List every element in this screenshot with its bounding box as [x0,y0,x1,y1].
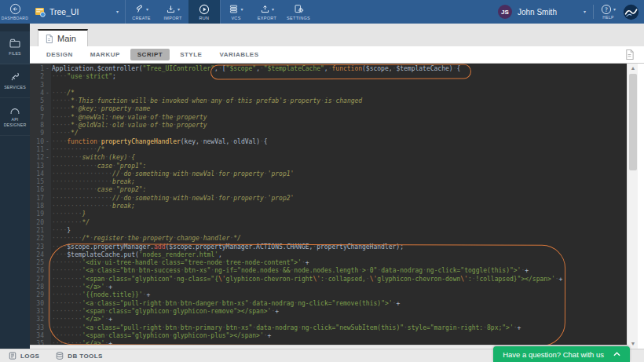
format-document-icon[interactable] [624,49,635,60]
line-number: 8 [30,122,44,130]
fold-gutter [44,203,51,210]
fold-marker[interactable]: - [44,90,51,97]
create-button[interactable]: ▾ CREATE [126,0,157,24]
code-text: ········'<div·ui-tree-handle·class="tree… [51,259,309,267]
code-text: ·····*/ [51,130,79,137]
line-number: 21 [30,227,44,235]
help-label: HELP [602,15,613,20]
chat-widget-button[interactable]: Have a question? Chat with us [493,346,630,362]
fold-marker[interactable]: - [44,146,51,154]
code-line: 19········} [30,210,627,218]
line-number: 6 [30,105,44,113]
folder-icon [9,38,21,49]
code-line: 9·····*/ [30,130,627,137]
line-number: 12 [30,154,44,162]
line-number: 34 [30,332,44,340]
sidebar-item-api-designer[interactable]: API DESIGNER [0,98,30,137]
code-text: ········'<a·class="pull-right·btn·btn-pr… [51,324,521,332]
scrollbar-thumb[interactable] [629,74,637,170]
tab-variables[interactable]: VARIABLES [212,49,265,60]
chat-label: Have a question? Chat with us [503,350,604,359]
fold-gutter [44,324,51,332]
fold-gutter [44,130,51,137]
code-line: 27········'<span·class="glyphicon"·ng-cl… [30,276,627,283]
sidebar-item-services[interactable]: SERVICES [0,64,30,98]
logs-button[interactable]: LOGS [8,351,39,360]
tab-style[interactable]: STYLE [173,49,209,60]
tab-main[interactable]: Main [38,29,88,46]
fold-gutter [44,170,51,178]
logs-icon [8,351,17,360]
avatar[interactable]: JS [498,5,512,19]
fold-gutter [44,300,51,308]
vcs-button[interactable]: ▾ VCS [220,0,251,24]
code-text: ········'<span·class="glyphicon"·ng-clas… [51,276,562,283]
sidebar-item-files[interactable]: FILES [0,31,30,64]
line-number: 4 [30,90,44,97]
fold-marker[interactable]: - [44,154,51,162]
top-toolbar: DASHBOARD Tree_UI ▾ ▾ CREATE ▾ IMPORT RU… [0,0,644,24]
project-selector[interactable]: Tree_UI ▾ [30,0,126,24]
code-line: 8·····*·@oldVal:·old·value·of·the·proper… [30,122,627,130]
import-button[interactable]: ▾ IMPORT [157,0,188,24]
help-button[interactable]: ? ▾ HELP [601,4,616,20]
services-icon [9,71,21,82]
fold-gutter [44,210,51,218]
code-text: ········} [51,210,86,218]
chevron-down-icon[interactable]: ▾ [584,9,586,14]
tab-design[interactable]: DESIGN [39,49,80,60]
line-number: 2 [30,73,44,81]
user-name: John Smith [518,8,557,16]
code-text: ····"use·strict"; [51,73,116,81]
line-number: 5 [30,97,44,105]
line-number: 17 [30,195,44,203]
line-number: 10 [30,138,44,146]
code-text: ········'{{node.title}}'·+ [51,291,150,299]
wavemaker-ide: DASHBOARD Tree_UI ▾ ▾ CREATE ▾ IMPORT RU… [0,0,644,362]
code-line: 7·····*·@newVal:·new·value·of·the·proper… [30,114,627,122]
svg-text:?: ? [605,6,608,13]
fold-gutter [44,186,51,194]
code-line: 3 [30,82,627,90]
arc-icon [9,104,21,115]
code-line: 12-········switch·(key)·{ [30,154,627,162]
script-editor[interactable]: 1-Application.$controller("Tree_UIContro… [30,64,627,349]
code-line: 22········/*·register·the·property·chang… [30,235,627,243]
tab-script[interactable]: SCRIPT [130,49,170,60]
settings-button[interactable]: SETTINGS [283,0,314,24]
help-icon: ? [601,4,612,15]
vertical-scrollbar[interactable]: ▲ ▼ [627,64,638,349]
run-icon [199,4,210,15]
scroll-up-arrow-icon[interactable]: ▲ [628,64,639,73]
fold-gutter [44,195,51,203]
line-number: 3 [30,82,44,90]
fold-gutter [44,219,51,227]
run-button[interactable]: RUN [188,0,220,24]
line-number: 1 [30,65,44,73]
code-text: ················//·do·something·with·new… [51,170,294,178]
code-line: 23····$scope.propertyManager.add($scope.… [30,243,627,251]
line-number: 25 [30,259,44,267]
fold-gutter [44,276,51,283]
code-text: ········'<span·class="glyphicon·glyphico… [51,308,279,316]
tab-markup[interactable]: MARKUP [83,49,127,60]
fold-gutter [44,267,51,275]
fold-marker[interactable]: - [44,65,51,73]
fold-gutter [44,73,51,81]
dashboard-button[interactable]: DASHBOARD [0,0,30,24]
code-text: ····} [51,227,71,235]
file-icon [45,34,53,44]
chevron-down-icon: ▾ [146,7,148,12]
project-name: Tree_UI [49,7,112,16]
fold-marker[interactable]: - [44,138,51,146]
toolbar-actions: ▾ CREATE ▾ IMPORT RUN ▾ VCS ▾ EXPORT SET [126,0,314,24]
db-tools-button[interactable]: DB TOOLS [55,351,102,360]
line-number: 27 [30,276,44,283]
line-number: 33 [30,324,44,332]
fold-gutter [44,243,51,251]
code-text: Application.$controller("Tree_UIControll… [51,65,460,73]
export-button[interactable]: ▾ EXPORT [251,0,283,24]
line-number: 18 [30,203,44,210]
code-line: 2····"use·strict"; [30,73,627,81]
project-icon [35,6,46,17]
